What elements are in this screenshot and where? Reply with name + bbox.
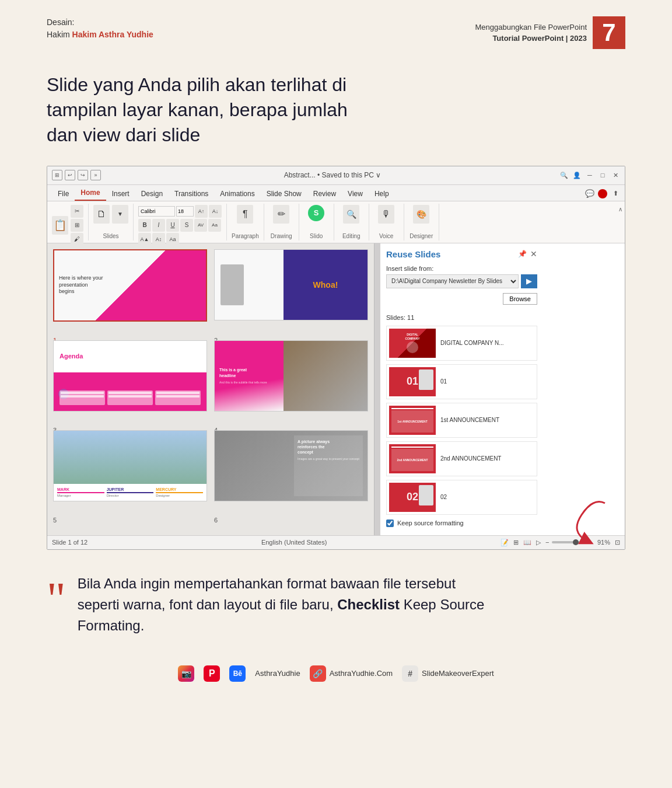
- keep-source-checkbox[interactable]: [386, 519, 394, 527]
- title-bar: ⊞ ↩ ↪ » Abstract... • Saved to this PC ∨…: [47, 166, 625, 185]
- change-case-icon[interactable]: Aa: [208, 219, 221, 232]
- toolbar-btn-3[interactable]: ↪: [78, 170, 88, 180]
- reuse-slide-4[interactable]: 2nd ANNOUNCEMENT 2nd ANNOUNCEMENT: [386, 441, 537, 476]
- reuse-pin-icon[interactable]: 📌: [518, 250, 527, 258]
- pinterest-icon[interactable]: P: [204, 665, 220, 682]
- editing-icon[interactable]: 🔍: [343, 205, 359, 224]
- zoom-minus[interactable]: −: [545, 539, 549, 546]
- ribbon-content: 📋 ✂ ⊞ 🖌 Clipboard 🗋 ▼ Slides Calibr: [47, 201, 625, 243]
- slide-1-bg: Here is where yourpresentationbegins 🚀: [54, 250, 206, 320]
- notes-icon[interactable]: 📝: [501, 539, 509, 546]
- copy-icon[interactable]: ⊞: [71, 219, 83, 232]
- slide-1[interactable]: Here is where yourpresentationbegins 🚀: [53, 249, 207, 322]
- ribbon-expand[interactable]: ∧: [616, 204, 625, 240]
- tab-design[interactable]: Design: [135, 187, 169, 201]
- reading-view-icon[interactable]: 📖: [523, 539, 531, 546]
- reuse-slide-3[interactable]: 1st ANNOUNCEMENT 1st ANNOUNCEMENT: [386, 403, 537, 438]
- slide-6-inner: A picture alwaysreinforces theconcept Im…: [215, 431, 368, 501]
- tab-transitions[interactable]: Transitions: [169, 187, 214, 201]
- font-group: Calibri 18 A↑ A↓ B I U S AV Aa A▲ A↕ Aa: [134, 204, 227, 240]
- tab-help[interactable]: Help: [369, 187, 395, 201]
- slido-group: S Slido: [299, 204, 334, 240]
- slide-3-wrapper: Agenda 3: [53, 340, 207, 423]
- avatar-icon[interactable]: 👤: [572, 170, 582, 180]
- open-btn[interactable]: ▶: [521, 274, 537, 288]
- path-input[interactable]: D:\A\Digital Company Newsletter By Slide…: [386, 274, 519, 288]
- tab-animations[interactable]: Animations: [214, 187, 260, 201]
- arrow-svg: [558, 491, 617, 550]
- slide-5[interactable]: MARKManager JUPITERDirector MERCURYDesig…: [53, 430, 207, 501]
- designer-icon[interactable]: 🎨: [413, 205, 429, 224]
- instagram-icon[interactable]: 📷: [178, 665, 194, 682]
- tutorial-line1: Menggabungkan File PowerPoint: [475, 22, 587, 33]
- reuse-slide-5[interactable]: 02 02: [386, 480, 537, 515]
- comments-icon[interactable]: 💬: [585, 189, 594, 198]
- slide-show-view-icon[interactable]: ▷: [536, 539, 541, 546]
- tab-file[interactable]: File: [52, 187, 75, 201]
- drawing-icon[interactable]: ✏: [273, 205, 289, 224]
- reuse-slide-2[interactable]: 01 01: [386, 364, 537, 399]
- browse-button[interactable]: Browse: [503, 293, 537, 305]
- slide-view-icon[interactable]: ⊞: [513, 539, 519, 546]
- website-icon[interactable]: 🔗: [310, 665, 326, 682]
- tab-view[interactable]: View: [342, 187, 369, 201]
- tab-home[interactable]: Home: [75, 186, 106, 201]
- status-bar: Slide 1 of 12 English (United States) 📝 …: [47, 535, 625, 549]
- dictate-icon[interactable]: 🎙: [378, 205, 394, 224]
- reuse-slide-3-label: 1st ANNOUNCEMENT: [440, 416, 499, 424]
- tutorial-line2: Tutorial PowerPoint | 2023: [475, 33, 587, 44]
- font-size-down[interactable]: A↓: [209, 205, 222, 218]
- footer-instagram: 📷: [178, 665, 194, 682]
- font-family-selector[interactable]: Calibri: [138, 206, 175, 217]
- slide-3[interactable]: Agenda: [53, 340, 207, 412]
- slides-label: Slides: [103, 233, 118, 239]
- slide-6-bg: A picture alwaysreinforces theconcept Im…: [215, 431, 368, 501]
- clipboard-group: 📋 ✂ ⊞ 🖌 Clipboard: [47, 204, 89, 240]
- reuse-slide-1[interactable]: DIGITALCOMPANY DIGITAL COMPANY N...: [386, 326, 537, 361]
- slides-dropdown[interactable]: ▼: [112, 205, 128, 224]
- slide-4[interactable]: This is a greatheadline And this is the …: [214, 340, 368, 412]
- toolbar-btn-4[interactable]: »: [90, 170, 101, 180]
- slide-2-person: [220, 264, 244, 305]
- editing-group: 🔍 Editing: [334, 204, 369, 240]
- paste-icon[interactable]: 📋: [52, 216, 68, 235]
- slide-3-title: Agenda: [60, 353, 83, 360]
- minimize-icon[interactable]: ─: [585, 170, 594, 180]
- slide-4-bg: This is a greatheadline And this is the …: [215, 341, 368, 411]
- slide-2[interactable]: Whoa!: [214, 249, 368, 320]
- behance-icon[interactable]: Bē: [229, 665, 246, 682]
- share-icon[interactable]: ⬆: [611, 189, 620, 198]
- drawing-group: ✏ Drawing: [264, 204, 299, 240]
- maximize-icon[interactable]: □: [598, 170, 607, 180]
- slide-count: Slide 1 of 12: [52, 539, 88, 546]
- hashtag-icon[interactable]: #: [402, 665, 418, 682]
- tab-slideshow[interactable]: Slide Show: [261, 187, 307, 201]
- footer-instagram-label: AsthraYudhie: [255, 669, 300, 678]
- slide-6-text-area: A picture alwaysreinforces theconcept Im…: [294, 435, 363, 496]
- underline-icon[interactable]: U: [166, 219, 179, 232]
- search-icon[interactable]: 🔍: [559, 170, 569, 180]
- font-size-up[interactable]: A↑: [195, 205, 208, 218]
- toolbar-btn-2[interactable]: ↩: [65, 170, 75, 180]
- toolbar-btn-1[interactable]: ⊞: [52, 170, 62, 180]
- new-slide-icon[interactable]: 🗋: [93, 205, 110, 224]
- designer-label: Designer: [410, 233, 433, 239]
- tab-insert[interactable]: Insert: [106, 187, 135, 201]
- italic-icon[interactable]: I: [152, 219, 165, 232]
- record-icon[interactable]: [598, 189, 607, 198]
- reuse-thumb-5: 02: [389, 483, 436, 512]
- designer-group: 🎨 Designer: [404, 204, 439, 240]
- slido-icon[interactable]: S: [308, 205, 324, 221]
- keep-source-row: Keep source formatting: [386, 519, 537, 527]
- slide-6[interactable]: A picture alwaysreinforces theconcept Im…: [214, 430, 368, 501]
- cut-icon[interactable]: ✂: [71, 205, 83, 218]
- strikethrough-icon[interactable]: S: [180, 219, 193, 232]
- reuse-close-button[interactable]: ✕: [530, 249, 537, 259]
- tab-review[interactable]: Review: [307, 187, 342, 201]
- paragraph-icon[interactable]: ¶: [237, 205, 253, 224]
- font-size-selector[interactable]: 18: [176, 206, 194, 217]
- bold-icon[interactable]: B: [138, 219, 151, 232]
- close-icon[interactable]: ✕: [611, 170, 620, 180]
- ppt-main-area: Here is where yourpresentationbegins 🚀 1…: [47, 243, 625, 535]
- font-spacing-icon[interactable]: AV: [194, 219, 207, 232]
